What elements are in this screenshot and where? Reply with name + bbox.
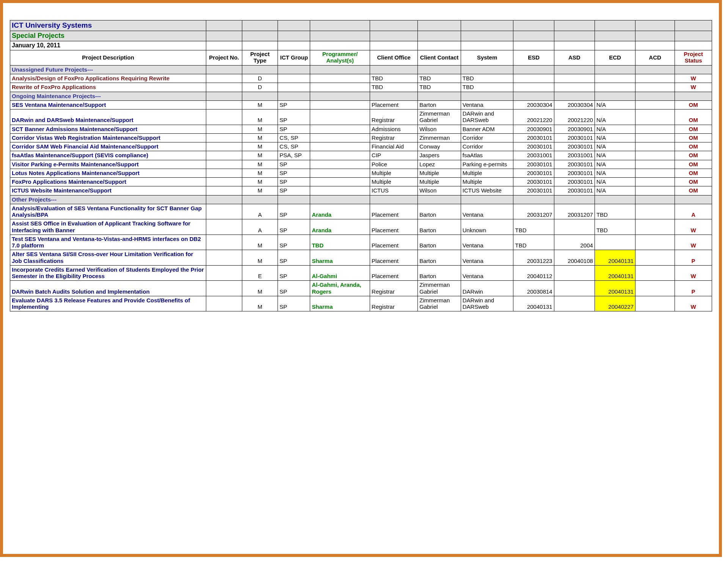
cell-desc: Visitor Parking e-Permits Maintenance/Su… xyxy=(10,160,206,169)
cell-contact: Zimmerman xyxy=(418,133,461,142)
cell-status: W xyxy=(675,235,712,250)
cell-ict: CS, SP xyxy=(278,142,310,151)
cell-esd: TBD xyxy=(513,235,554,250)
cell-contact: Wilson xyxy=(418,186,461,195)
hdr-asd: ASD xyxy=(554,50,595,65)
cell-system: Unknown xyxy=(461,219,513,235)
cell-system: TBD xyxy=(461,83,513,92)
cell-contact: Zimmerman Gabriel xyxy=(418,281,461,296)
spreadsheet-frame: ICT University Systems Special Projects … xyxy=(0,0,722,557)
cell-office: Registrar xyxy=(370,133,418,142)
table-row[interactable]: FoxPro Applications Maintenance/Support … xyxy=(10,178,712,186)
special-title: Special Projects xyxy=(10,31,206,41)
cell-ptype: M xyxy=(242,100,278,109)
cell-desc: SES Ventana Maintenance/Support xyxy=(10,100,206,109)
section-ongoing: Ongoing Maintenance Projects--- xyxy=(10,92,712,100)
hdr-pno: Project No. xyxy=(206,50,242,65)
cell-ecd: N/A xyxy=(595,186,635,195)
table-row[interactable]: Analysis/Evaluation of SES Ventana Funct… xyxy=(10,204,712,219)
table-row[interactable]: Analysis/Design of FoxPro Applications R… xyxy=(10,74,712,83)
cell-office: Placement xyxy=(370,265,418,281)
cell-system: DARwin xyxy=(461,281,513,296)
cell-asd: 20021220 xyxy=(554,109,595,125)
cell-ict: SP xyxy=(278,219,310,235)
cell-system: fsaAtlas xyxy=(461,151,513,160)
cell-asd: 20040108 xyxy=(554,250,595,266)
cell-ptype: E xyxy=(242,265,278,281)
cell-desc: Evaluate DARS 3.5 Release Features and P… xyxy=(10,296,206,311)
table-row[interactable]: Corridor SAM Web Financial Aid Maintenan… xyxy=(10,142,712,151)
table-row[interactable]: DARwin Batch Audits Solution and Impleme… xyxy=(10,281,712,296)
cell-system: Banner ADM xyxy=(461,125,513,133)
cell-office: TBD xyxy=(370,74,418,83)
table-row[interactable]: DARwin and DARSweb Maintenance/Support M… xyxy=(10,109,712,125)
cell-status: OM xyxy=(675,186,712,195)
section-unassigned: Unassigned Future Projects--- xyxy=(10,65,712,74)
cell-prog: Al-Gahmi, Aranda, Rogers xyxy=(310,281,370,296)
cell-status: OM xyxy=(675,151,712,160)
cell-asd: 20030304 xyxy=(554,100,595,109)
table-row[interactable]: Rewrite of FoxPro Applications D TBD TBD… xyxy=(10,83,712,92)
cell-esd: 20031207 xyxy=(513,204,554,219)
hdr-office: Client Office xyxy=(370,50,418,65)
section-label: Ongoing Maintenance Projects--- xyxy=(10,92,206,100)
table-row[interactable]: Lotus Notes Applications Maintenance/Sup… xyxy=(10,169,712,177)
table-row[interactable]: Corridor Vistas Web Registration Mainten… xyxy=(10,133,712,142)
cell-system: Multiple xyxy=(461,169,513,177)
hdr-esd: ESD xyxy=(513,50,554,65)
table-row[interactable]: Assist SES Office in Evaluation of Appli… xyxy=(10,219,712,235)
cell-esd: 20030101 xyxy=(513,133,554,142)
cell-asd: 20030101 xyxy=(554,142,595,151)
cell-ecd: N/A xyxy=(595,178,635,186)
cell-status: A xyxy=(675,204,712,219)
cell-ptype: M xyxy=(242,186,278,195)
cell-prog: Sharma xyxy=(310,250,370,266)
cell-esd: TBD xyxy=(513,219,554,235)
cell-ecd: N/A xyxy=(595,133,635,142)
cell-office: CIP xyxy=(370,151,418,160)
cell-ptype: A xyxy=(242,204,278,219)
hdr-acd: ACD xyxy=(635,50,675,65)
cell-desc: Corridor Vistas Web Registration Mainten… xyxy=(10,133,206,142)
table-row[interactable]: Test SES Ventana and Ventana-to-Vistas-a… xyxy=(10,235,712,250)
hdr-desc: Project Description xyxy=(10,50,206,65)
table-row[interactable]: fsaAtlas Maintenance/Support (SEVIS comp… xyxy=(10,151,712,160)
table-row[interactable]: SCT Banner Admissions Maintenance/Suppor… xyxy=(10,125,712,133)
cell-ptype: M xyxy=(242,125,278,133)
title-row-org: ICT University Systems xyxy=(10,20,712,31)
table-row[interactable]: Incorporate Credits Earned Verification … xyxy=(10,265,712,281)
cell-ict: SP xyxy=(278,265,310,281)
cell-esd: 20030101 xyxy=(513,186,554,195)
cell-contact: Barton xyxy=(418,250,461,266)
cell-office: Placement xyxy=(370,204,418,219)
cell-contact: Multiple xyxy=(418,178,461,186)
hdr-system: System xyxy=(461,50,513,65)
table-row[interactable]: Evaluate DARS 3.5 Release Features and P… xyxy=(10,296,712,311)
cell-contact: Multiple xyxy=(418,169,461,177)
cell-desc: DARwin and DARSweb Maintenance/Support xyxy=(10,109,206,125)
cell-system: Corridor xyxy=(461,142,513,151)
section-other: Other Projects--- xyxy=(10,195,712,204)
org-title: ICT University Systems xyxy=(10,20,206,31)
cell-ptype: M xyxy=(242,151,278,160)
cell-office: Placement xyxy=(370,235,418,250)
cell-office: Placement xyxy=(370,100,418,109)
cell-ecd: N/A xyxy=(595,151,635,160)
section-label: Other Projects--- xyxy=(10,195,206,204)
table-row[interactable]: SES Ventana Maintenance/Support M SP Pla… xyxy=(10,100,712,109)
cell-ict: SP xyxy=(278,296,310,311)
cell-ict: SP xyxy=(278,100,310,109)
cell-ptype: M xyxy=(242,109,278,125)
cell-ecd: N/A xyxy=(595,109,635,125)
cell-ecd: 20040131 xyxy=(595,265,635,281)
table-row[interactable]: Visitor Parking e-Permits Maintenance/Su… xyxy=(10,160,712,169)
cell-asd: 2004 xyxy=(554,235,595,250)
cell-esd: 20030814 xyxy=(513,281,554,296)
table-row[interactable]: Alter SES Ventana SI/SII Cross-over Hour… xyxy=(10,250,712,266)
cell-contact: Lopez xyxy=(418,160,461,169)
table-row[interactable]: ICTUS Website Maintenance/Support M SP I… xyxy=(10,186,712,195)
cell-system: TBD xyxy=(461,74,513,83)
cell-esd: 20030101 xyxy=(513,178,554,186)
cell-contact: Barton xyxy=(418,204,461,219)
cell-desc: SCT Banner Admissions Maintenance/Suppor… xyxy=(10,125,206,133)
